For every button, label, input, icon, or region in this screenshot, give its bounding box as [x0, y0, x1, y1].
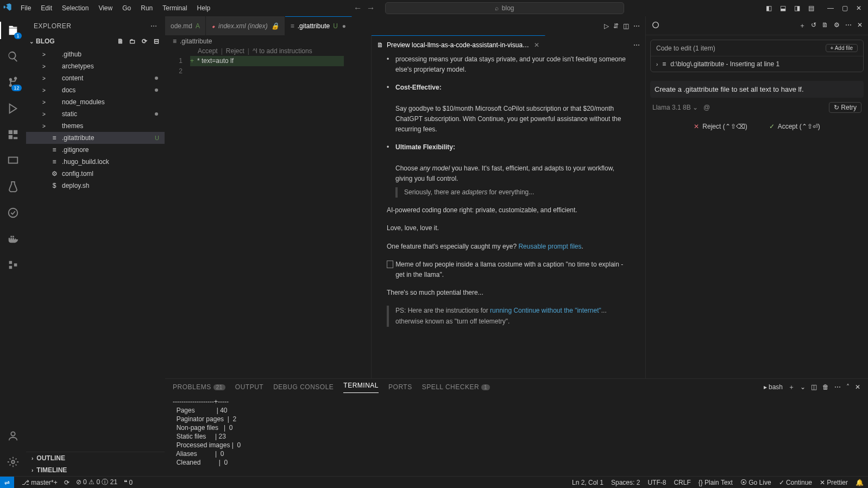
- tab-1[interactable]: ⬥index.xml (index)🔒: [206, 16, 285, 35]
- window-minimize-icon[interactable]: —: [825, 2, 836, 14]
- activity-settings-icon[interactable]: [0, 451, 26, 473]
- close-panel-icon[interactable]: ✕: [857, 21, 863, 30]
- window-close-icon[interactable]: ✕: [853, 2, 865, 14]
- more-icon[interactable]: ⋯: [845, 21, 852, 30]
- chevron-down-icon[interactable]: ⌄: [800, 383, 806, 391]
- reusable-prompt-link[interactable]: Reusable prompt files: [518, 243, 581, 250]
- problems-status[interactable]: ⊘ 0 ⚠ 0 ⓘ 21: [76, 478, 117, 487]
- tree-item-.gitattribute[interactable]: ≡.gitattributeU: [26, 132, 165, 144]
- diff-icon[interactable]: ⇵: [613, 22, 619, 30]
- tree-item-.hugo_build.lock[interactable]: ≡.hugo_build.lock: [26, 156, 165, 168]
- activity-continue-icon[interactable]: [0, 254, 26, 276]
- cursor-pos[interactable]: Ln 2, Col 1: [572, 479, 603, 486]
- close-panel-icon[interactable]: ✕: [855, 383, 860, 391]
- chevron-down-icon[interactable]: ⌄: [693, 104, 698, 111]
- menu-go[interactable]: Go: [118, 2, 135, 14]
- menu-help[interactable]: Help: [193, 2, 215, 14]
- menu-file[interactable]: File: [16, 2, 35, 14]
- activity-extensions-icon[interactable]: [0, 124, 26, 145]
- chevron-down-icon[interactable]: ⌄: [29, 39, 34, 45]
- activity-test-icon[interactable]: [0, 176, 26, 198]
- continue-offline-link[interactable]: running Continue without the "internet": [490, 307, 601, 314]
- layout-bottom-icon[interactable]: ⬓: [777, 2, 789, 14]
- breadcrumb-text[interactable]: .gitattribute: [180, 37, 212, 45]
- activity-search-icon[interactable]: [0, 46, 26, 67]
- command-center[interactable]: ⌕ blog: [385, 2, 624, 14]
- continue-status[interactable]: ✓ Continue: [779, 479, 812, 486]
- new-file-icon[interactable]: 🗎: [116, 37, 125, 45]
- activity-remote-icon[interactable]: [0, 150, 26, 172]
- tab-terminal[interactable]: TERMINAL: [343, 382, 379, 393]
- preview-body[interactable]: processing means your data stays private…: [372, 54, 645, 378]
- git-branch[interactable]: ⎇ master*+: [22, 479, 58, 486]
- tree-item-.github[interactable]: >.github: [26, 48, 165, 60]
- tab-ports[interactable]: PORTS: [388, 383, 412, 391]
- accept-hint[interactable]: Accept: [198, 47, 218, 55]
- at-icon[interactable]: @: [703, 104, 710, 111]
- nav-back-icon[interactable]: ←: [354, 3, 362, 13]
- new-chat-icon[interactable]: ＋: [799, 21, 806, 30]
- maximize-panel-icon[interactable]: ˄: [846, 383, 850, 391]
- run-icon[interactable]: ▷: [604, 22, 609, 30]
- retry-button[interactable]: ↻ Retry: [829, 102, 861, 113]
- more-icon[interactable]: ⋯: [633, 22, 640, 30]
- more-icon[interactable]: ⋯: [633, 41, 640, 49]
- timeline-section[interactable]: ›TIMELINE: [26, 464, 165, 476]
- nav-fwd-icon[interactable]: →: [367, 3, 375, 13]
- terminal-body[interactable]: -------------------+----- Pages | 40 Pag…: [165, 395, 868, 476]
- accept-button[interactable]: ✓Accept (⌃⇧⏎): [769, 123, 820, 130]
- customize-layout-icon[interactable]: ▤: [805, 2, 817, 14]
- file-row[interactable]: › ≡ d:\blog\.gitattribute - Inserting at…: [651, 56, 863, 72]
- shell-label[interactable]: ▸ bash: [764, 383, 783, 391]
- sync-icon[interactable]: ⟳: [64, 479, 70, 486]
- new-terminal-icon[interactable]: ＋: [788, 383, 795, 392]
- tree-item-config.toml[interactable]: ⚙config.toml: [26, 168, 165, 180]
- gear-icon[interactable]: ⚙: [834, 21, 840, 30]
- activity-pass-icon[interactable]: [0, 202, 26, 224]
- menu-terminal[interactable]: Terminal: [158, 2, 191, 14]
- tree-item-archetypes[interactable]: >archetypes: [26, 60, 165, 72]
- activity-account-icon[interactable]: [0, 425, 26, 447]
- tab-debug[interactable]: DEBUG CONSOLE: [273, 383, 334, 391]
- docs-icon[interactable]: 🗎: [822, 21, 828, 30]
- indent[interactable]: Spaces: 2: [611, 479, 640, 486]
- prettier-status[interactable]: ✕ Prettier: [820, 479, 848, 486]
- tree-item-deploy.sh[interactable]: $deploy.sh: [26, 180, 165, 192]
- close-icon[interactable]: ✕: [534, 41, 539, 49]
- minimap[interactable]: [344, 55, 371, 378]
- remote-indicator[interactable]: ⇌: [0, 477, 14, 489]
- tree-item-docs[interactable]: >docs: [26, 84, 165, 96]
- collapse-icon[interactable]: ⊟: [152, 37, 161, 45]
- layout-left-icon[interactable]: ◧: [763, 2, 775, 14]
- language-mode[interactable]: {} Plain Text: [699, 479, 733, 486]
- tab-spell[interactable]: SPELL CHECKER1: [422, 383, 490, 391]
- activity-scm-icon[interactable]: 12: [0, 72, 26, 93]
- activity-run-icon[interactable]: [0, 98, 26, 119]
- split-icon[interactable]: ◫: [623, 22, 629, 30]
- refresh-icon[interactable]: ⟳: [140, 37, 149, 45]
- reject-hint[interactable]: Reject: [226, 47, 244, 55]
- tab-2[interactable]: ≡.gitattribute U●: [285, 16, 352, 35]
- sidebar-more-icon[interactable]: ⋯: [150, 22, 158, 30]
- tab-0[interactable]: ode.md A: [165, 16, 206, 35]
- add-file-button[interactable]: + Add file: [826, 44, 858, 52]
- tab-output[interactable]: OUTPUT: [235, 383, 263, 391]
- outline-section[interactable]: ›OUTLINE: [26, 452, 165, 464]
- window-maximize-icon[interactable]: ▢: [839, 2, 851, 14]
- tab-problems[interactable]: PROBLEMS21: [173, 383, 225, 391]
- eol[interactable]: CRLF: [674, 479, 690, 486]
- menu-selection[interactable]: Selection: [58, 2, 93, 14]
- menu-run[interactable]: Run: [136, 2, 157, 14]
- tree-item-node_modules[interactable]: >node_modules: [26, 96, 165, 108]
- kill-terminal-icon[interactable]: 🗑: [822, 383, 829, 391]
- history-icon[interactable]: ↺: [811, 21, 816, 30]
- reject-button[interactable]: ✕Reject (⌃⇧⌫): [694, 123, 747, 130]
- activity-docker-icon[interactable]: [0, 228, 26, 250]
- activity-explorer-icon[interactable]: 1: [0, 20, 26, 41]
- go-live[interactable]: ⦿ Go Live: [740, 479, 771, 486]
- preview-tab[interactable]: 🗎Preview local-llms-as-a-code-assistant-…: [372, 35, 545, 54]
- new-folder-icon[interactable]: 🗀: [128, 37, 137, 45]
- menu-edit[interactable]: Edit: [36, 2, 56, 14]
- tree-item-themes[interactable]: >themes: [26, 120, 165, 132]
- menu-view[interactable]: View: [94, 2, 117, 14]
